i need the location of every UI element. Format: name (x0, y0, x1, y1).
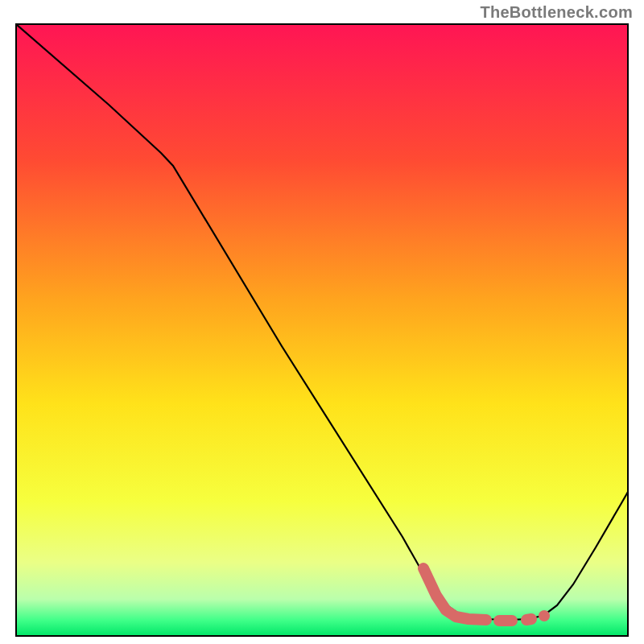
plot-area (16, 24, 628, 636)
chart-stage: TheBottleneck.com (0, 0, 644, 644)
bottleneck-chart (0, 0, 644, 644)
optimal-dot (539, 610, 550, 621)
optimal-segment (526, 619, 531, 620)
gradient-background (16, 24, 628, 636)
